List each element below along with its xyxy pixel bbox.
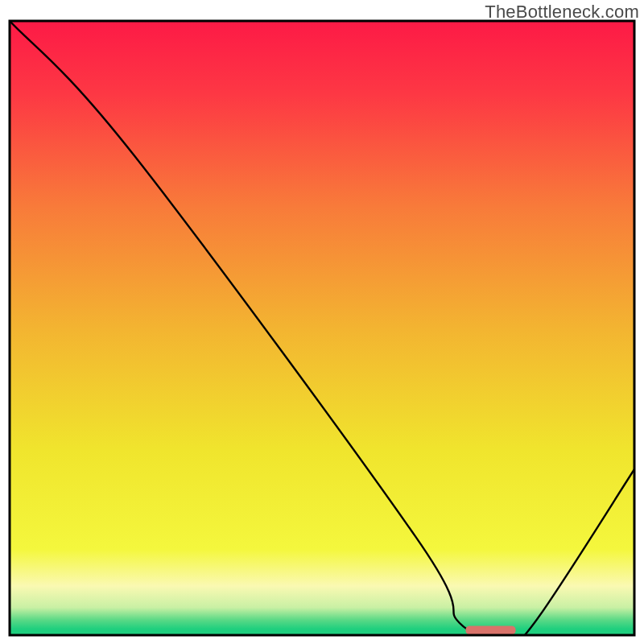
chart-container: TheBottleneck.com xyxy=(0,0,644,644)
optimal-range-marker xyxy=(465,625,515,634)
gradient-background xyxy=(10,21,634,635)
chart-svg xyxy=(0,0,644,644)
